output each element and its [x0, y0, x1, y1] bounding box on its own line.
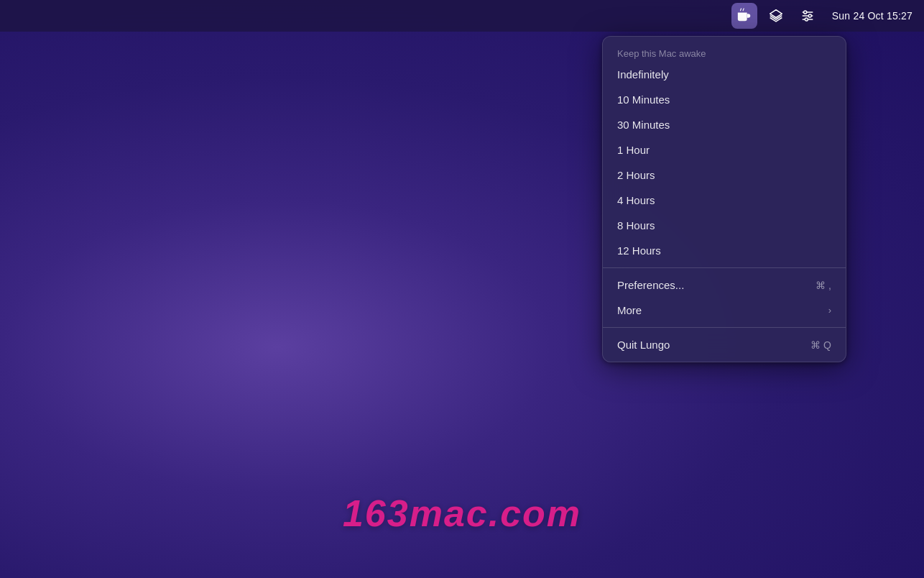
- menu-item-8-hours[interactable]: 8 Hours: [603, 213, 846, 238]
- menu-item-quit-label: Quit Lungo: [617, 339, 810, 351]
- menu-item-4-hours[interactable]: 4 Hours: [603, 188, 846, 213]
- preferences-shortcut: ⌘ ,: [816, 280, 831, 291]
- menu-item-more-label: More: [617, 304, 828, 316]
- menu-header: Keep this Mac awake: [603, 41, 846, 62]
- quit-section: Quit Lungo ⌘ Q: [603, 327, 846, 362]
- duration-section: Keep this Mac awake Indefinitely 10 Minu…: [603, 37, 846, 267]
- menu-item-1-hour[interactable]: 1 Hour: [603, 137, 846, 162]
- menu-item-2-hours-label: 2 Hours: [617, 169, 831, 181]
- menu-item-indefinitely[interactable]: Indefinitely: [603, 62, 846, 87]
- menu-item-30-minutes-label: 30 Minutes: [617, 119, 831, 131]
- more-arrow-icon: ›: [828, 305, 831, 316]
- menu-item-1-hour-label: 1 Hour: [617, 144, 831, 156]
- lungo-icon[interactable]: [731, 3, 757, 29]
- menu-item-preferences[interactable]: Preferences... ⌘ ,: [603, 272, 846, 298]
- menu-item-more[interactable]: More ›: [603, 298, 846, 323]
- watermark: 163mac.com: [343, 492, 581, 535]
- desktop: Sun 24 Oct 15:27 Keep this Mac awake Ind…: [0, 0, 924, 578]
- menu-item-preferences-label: Preferences...: [617, 279, 816, 291]
- settings-section: Preferences... ⌘ , More ›: [603, 267, 846, 327]
- menu-item-2-hours[interactable]: 2 Hours: [603, 162, 846, 188]
- controls-icon[interactable]: [795, 3, 821, 29]
- svg-point-4: [803, 11, 806, 14]
- menu-item-10-minutes-label: 10 Minutes: [617, 93, 831, 106]
- svg-point-5: [808, 14, 811, 17]
- menubar-icons: [731, 3, 821, 29]
- menubar-datetime: Sun 24 Oct 15:27: [832, 10, 913, 22]
- menu-item-indefinitely-label: Indefinitely: [617, 68, 831, 81]
- menu-item-12-hours-label: 12 Hours: [617, 244, 831, 257]
- layers-icon[interactable]: [763, 3, 789, 29]
- dropdown-menu: Keep this Mac awake Indefinitely 10 Minu…: [602, 36, 846, 362]
- menu-item-12-hours[interactable]: 12 Hours: [603, 238, 846, 263]
- menu-item-10-minutes[interactable]: 10 Minutes: [603, 87, 846, 112]
- menu-item-4-hours-label: 4 Hours: [617, 194, 831, 206]
- quit-shortcut: ⌘ Q: [810, 339, 831, 351]
- menu-item-8-hours-label: 8 Hours: [617, 219, 831, 231]
- menubar: Sun 24 Oct 15:27: [0, 0, 924, 32]
- svg-point-6: [805, 18, 808, 21]
- menu-item-30-minutes[interactable]: 30 Minutes: [603, 112, 846, 137]
- menu-item-quit[interactable]: Quit Lungo ⌘ Q: [603, 332, 846, 357]
